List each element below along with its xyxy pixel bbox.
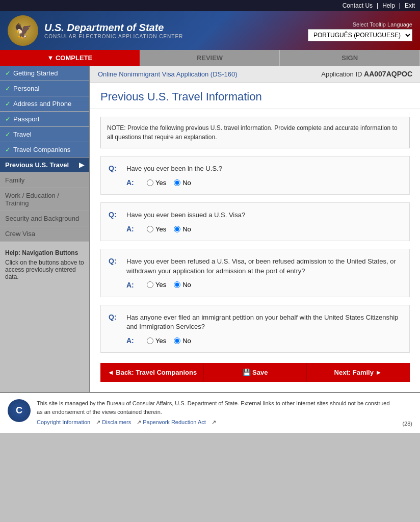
question-block-3: Q: Have you ever been refused a U.S. Vis… (100, 249, 410, 297)
sidebar-label-personal: Personal (13, 85, 39, 92)
answer-row-2: A: Yes No (109, 225, 402, 233)
sign-label: SIGN (342, 54, 358, 62)
paperwork-link[interactable]: Paperwork Reduction Act (143, 419, 206, 425)
sidebar-item-travel[interactable]: ✓ Travel (0, 127, 89, 142)
exit-link[interactable]: Exit (405, 2, 415, 9)
sidebar-item-getting-started[interactable]: ✓ Getting Started (0, 66, 89, 81)
check-icon: ✓ (5, 69, 11, 77)
sidebar-label-getting-started: Getting Started (13, 69, 58, 77)
sidebar-item-work-education[interactable]: Work / Education / Training (0, 188, 89, 211)
sidebar-item-personal[interactable]: ✓ Personal (0, 81, 89, 96)
sidebar: ✓ Getting Started ✓ Personal ✓ Address a… (0, 66, 89, 392)
sidebar-label-previous-travel: Previous U.S. Travel (5, 161, 69, 169)
question-block-4: Q: Has anyone ever filed an immigrant pe… (100, 305, 410, 353)
footer-seal: C (8, 399, 31, 422)
page-footer: C This site is managed by the Bureau of … (0, 392, 420, 433)
copyright-link[interactable]: Copyright Information (37, 419, 90, 425)
site-header: 🦅 U.S. Department of State CONSULAR ELEC… (0, 11, 420, 50)
q4-no-option[interactable]: No (174, 337, 191, 345)
main-content: Online Nonimmigrant Visa Application (DS… (89, 66, 420, 392)
language-selector-area: Select Tooltip Language PORTUGUÊS (PORTU… (308, 20, 412, 41)
a3-label: A: (126, 281, 139, 289)
disclaimers-link[interactable]: Disclaimers (102, 419, 131, 425)
main-layout: ✓ Getting Started ✓ Personal ✓ Address a… (0, 66, 420, 392)
q2-yes-option[interactable]: Yes (147, 225, 166, 233)
footer-buttons: ◄ Back: Travel Companions 💾 Save Next: F… (100, 363, 410, 382)
help-link[interactable]: Help (382, 2, 395, 9)
sidebar-label-passport: Passport (13, 115, 39, 123)
q2-label: Q: (109, 211, 124, 219)
header-left: 🦅 U.S. Department of State CONSULAR ELEC… (8, 15, 183, 46)
sidebar-item-security[interactable]: Security and Background (0, 211, 89, 226)
sidebar-item-previous-travel[interactable]: Previous U.S. Travel ▶ (0, 158, 89, 173)
q4-no-radio[interactable] (174, 337, 180, 344)
question-row-2: Q: Have you ever been issued a U.S. Visa… (109, 211, 402, 220)
q1-yes-radio[interactable] (147, 179, 153, 186)
question-row-3: Q: Have you ever been refused a U.S. Vis… (109, 257, 402, 275)
q3-yes-option[interactable]: Yes (147, 281, 166, 289)
answer-row-4: A: Yes No (109, 336, 402, 345)
sidebar-item-travel-companions[interactable]: ✓ Travel Companions (0, 142, 89, 158)
q4-yes-radio[interactable] (147, 337, 153, 344)
back-button[interactable]: ◄ Back: Travel Companions (101, 363, 204, 381)
sidebar-item-passport[interactable]: ✓ Passport (0, 112, 89, 127)
sidebar-label-travel-companions: Travel Companions (13, 146, 70, 153)
sidebar-item-address[interactable]: ✓ Address and Phone (0, 96, 89, 112)
sidebar-item-crew-visa[interactable]: Crew Visa (0, 226, 89, 242)
help-text: Click on the buttons above to access pre… (5, 259, 84, 280)
page-title: Previous U.S. Travel Information (90, 83, 420, 109)
progress-review[interactable]: REVIEW (140, 50, 280, 66)
language-select[interactable]: PORTUGUÊS (PORTUGUESE) ENGLISH ESPAÑOL (… (308, 29, 412, 41)
content-header: Online Nonimmigrant Visa Application (DS… (90, 66, 420, 83)
sidebar-label-family: Family (5, 176, 24, 184)
footer-description: This site is managed by the Bureau of Co… (37, 399, 396, 416)
review-label: REVIEW (197, 54, 223, 62)
q2-yes-radio[interactable] (147, 226, 153, 232)
q2-text: Have you ever been issued a U.S. Visa? (126, 211, 245, 220)
next-button[interactable]: Next: Family ► (307, 363, 409, 381)
app-id-value: AA007AQPOC (364, 70, 412, 78)
answer-row-1: A: Yes No (109, 178, 402, 187)
q1-no-radio[interactable] (174, 179, 180, 186)
seal-icon: 🦅 (8, 15, 38, 46)
q4-label: Q: (109, 313, 124, 321)
top-bar: Contact Us | Help | Exit (0, 0, 420, 11)
contact-us-link[interactable]: Contact Us (343, 2, 373, 9)
app-id-label: Application ID (321, 70, 362, 78)
arrow-icon: ▶ (79, 161, 84, 169)
q3-text: Have you ever been refused a U.S. Visa, … (126, 257, 402, 275)
q3-label: Q: (109, 257, 124, 265)
a2-label: A: (126, 225, 139, 233)
question-block-2: Q: Have you ever been issued a U.S. Visa… (100, 202, 410, 241)
progress-bar: ▼ COMPLETE REVIEW SIGN (0, 50, 420, 66)
complete-label: ▼ COMPLETE (47, 54, 92, 62)
check-icon: ✓ (5, 85, 11, 92)
form-title: Online Nonimmigrant Visa Application (DS… (98, 70, 238, 78)
progress-complete[interactable]: ▼ COMPLETE (0, 50, 140, 66)
footer-page-number: (28) (402, 421, 412, 427)
q2-no-option[interactable]: No (174, 225, 191, 233)
q2-no-radio[interactable] (174, 226, 180, 232)
answer-row-3: A: Yes No (109, 281, 402, 289)
dept-name: U.S. Department of State (44, 22, 183, 34)
a4-label: A: (126, 336, 139, 345)
save-button[interactable]: 💾 Save (204, 363, 307, 381)
progress-sign[interactable]: SIGN (280, 50, 420, 66)
q1-yes-option[interactable]: Yes (147, 179, 166, 187)
q4-yes-option[interactable]: Yes (147, 337, 166, 345)
header-title: U.S. Department of State CONSULAR ELECTR… (44, 22, 183, 39)
check-icon: ✓ (5, 100, 11, 108)
q3-no-option[interactable]: No (174, 281, 191, 289)
note-box: NOTE: Provide the following previous U.S… (100, 117, 410, 148)
separator1: | (377, 2, 378, 9)
question-block-1: Q: Have you ever been in the U.S.? A: Ye… (100, 156, 410, 195)
q3-yes-radio[interactable] (147, 281, 153, 288)
sidebar-item-family[interactable]: Family (0, 173, 89, 188)
app-id-area: Application ID AA007AQPOC (321, 70, 412, 78)
separator2: | (399, 2, 401, 9)
check-icon: ✓ (5, 115, 11, 123)
q1-no-option[interactable]: No (174, 179, 191, 187)
dept-subtitle: CONSULAR ELECTRONIC APPLICATION CENTER (44, 34, 183, 39)
q4-text: Has anyone ever filed an immigrant petit… (126, 313, 402, 331)
q3-no-radio[interactable] (174, 281, 180, 288)
